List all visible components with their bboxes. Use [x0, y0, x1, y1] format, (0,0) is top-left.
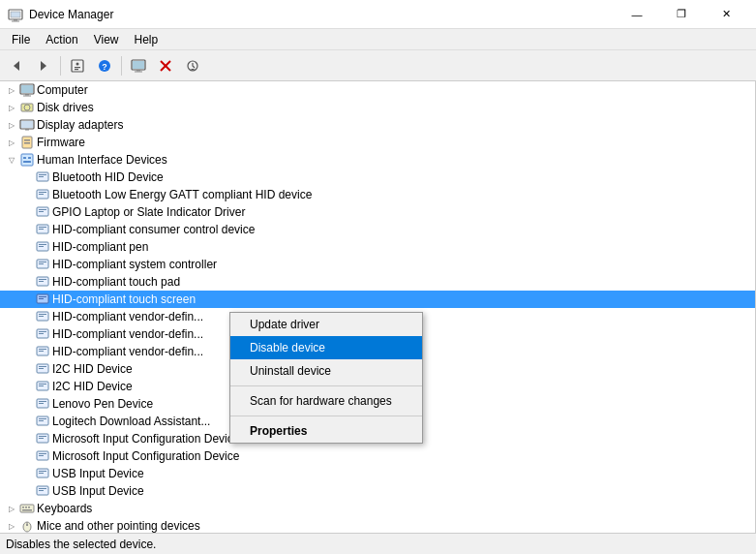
svg-rect-30 [24, 139, 30, 141]
menu-action[interactable]: Action [38, 31, 85, 48]
tree-label-lenovo-pen: Lenovo Pen Device [52, 397, 153, 411]
tree-item-hid-pen[interactable]: HID-compliant pen [0, 238, 755, 256]
close-button[interactable]: ✕ [704, 0, 748, 29]
help-button[interactable]: ? [92, 54, 117, 77]
svg-rect-77 [39, 403, 44, 404]
tree-item-usb-input1[interactable]: USB Input Device [0, 465, 755, 482]
expand-display[interactable]: ▷ [4, 117, 19, 133]
tree-item-mice[interactable]: ▷ Mice and other pointing devices [0, 517, 755, 533]
tree-item-hid-touchpad[interactable]: HID-compliant touch pad [0, 273, 755, 291]
device-icon-2 [35, 187, 50, 202]
svg-rect-71 [39, 368, 44, 369]
expand-disk[interactable]: ▷ [4, 100, 19, 115]
tree-label-i2c-hid: I2C HID Device [52, 380, 133, 393]
ctx-properties[interactable]: Properties [230, 419, 422, 443]
title-bar: Device Manager — ❐ ✕ [0, 0, 756, 29]
ctx-update-driver[interactable]: Update driver [230, 313, 422, 336]
forward-button[interactable] [31, 54, 56, 77]
tree-label-hid-consumer: HID-compliant consumer control device [52, 223, 255, 236]
svg-rect-74 [39, 385, 44, 386]
ctx-disable-device[interactable]: Disable device [230, 336, 422, 359]
svg-rect-83 [39, 438, 44, 439]
back-button[interactable] [4, 54, 29, 77]
tree-item-keyboards[interactable]: ▷ Keyboards [0, 500, 755, 517]
svg-rect-46 [39, 227, 46, 228]
tree-label-ms-input1: Microsoft Input Configuration Device [52, 432, 239, 446]
expand-computer[interactable]: ▷ [4, 82, 19, 98]
device-icon-8 [35, 292, 50, 307]
computer-icon [19, 82, 35, 98]
tree-item-hid[interactable]: ▽ Human Interface Devices [0, 151, 755, 169]
display-icon [19, 117, 35, 133]
properties-button[interactable] [65, 54, 90, 77]
svg-rect-61 [39, 314, 46, 315]
tree-item-ms-input2[interactable]: Microsoft Input Configuration Device [0, 447, 755, 465]
ctx-scan-hardware[interactable]: Scan for hardware changes [230, 389, 422, 413]
svg-rect-95 [25, 507, 27, 508]
svg-rect-15 [135, 71, 142, 72]
expand-keyboards[interactable]: ▷ [4, 501, 19, 516]
device-icon-9 [35, 309, 50, 324]
tree-label-keyboards: Keyboards [37, 502, 92, 515]
remove-button[interactable] [153, 54, 178, 77]
ctx-sep-2 [230, 416, 422, 416]
ctx-uninstall-device[interactable]: Uninstall device [230, 359, 422, 383]
device-icon-12 [35, 361, 50, 377]
tree-label-logitech: Logitech Download Assistant... [52, 415, 210, 428]
svg-rect-22 [25, 94, 29, 96]
tree-item-firmware[interactable]: ▷ Firmware [0, 134, 755, 151]
menu-file[interactable]: File [4, 31, 38, 48]
tree-label-firmware: Firmware [37, 136, 85, 149]
tree-item-display[interactable]: ▷ Display adapters [0, 116, 755, 134]
expand-firmware[interactable]: ▷ [4, 135, 19, 150]
tree-item-disk-drives[interactable]: ▷ Disk drives [0, 99, 755, 116]
tree-label-usb-input1: USB Input Device [52, 467, 144, 480]
svg-point-100 [26, 524, 28, 526]
svg-rect-94 [22, 507, 24, 508]
main-content: ▷ Computer ▷ Disk drives [0, 81, 756, 533]
display-button[interactable] [126, 54, 151, 77]
tree-item-hid-consumer[interactable]: HID-compliant consumer control device [0, 221, 755, 238]
tree-item-hid-system[interactable]: HID-compliant system controller [0, 256, 755, 273]
tree-item-usb-input2[interactable]: USB Input Device [0, 482, 755, 500]
expand-mice[interactable]: ▷ [4, 518, 19, 533]
svg-rect-34 [28, 157, 31, 159]
svg-rect-43 [39, 209, 46, 210]
device-icon-13 [35, 379, 50, 394]
expand-hid[interactable]: ▽ [4, 152, 19, 168]
tree-item-gpio[interactable]: GPIO Laptop or Slate Indicator Driver [0, 203, 755, 221]
tree-label-hid-vendor2: HID-compliant vendor-defin... [52, 327, 203, 341]
svg-rect-27 [21, 121, 33, 128]
tree-item-hid-touchscreen[interactable]: HID-compliant touch screen [0, 291, 755, 308]
tree-label-i2c-hid-device: I2C HID Device [52, 362, 133, 376]
minimize-button[interactable]: — [615, 0, 659, 29]
maximize-button[interactable]: ❐ [659, 0, 704, 29]
svg-rect-86 [39, 455, 44, 456]
svg-point-7 [76, 62, 79, 65]
svg-rect-76 [39, 401, 46, 402]
tree-label-computer: Computer [37, 83, 88, 97]
svg-rect-70 [39, 366, 46, 367]
tree-label-hid-touchscreen: HID-compliant touch screen [52, 292, 196, 306]
menu-view[interactable]: View [86, 31, 127, 48]
device-icon-1 [35, 169, 50, 185]
svg-rect-35 [23, 161, 31, 163]
svg-rect-82 [39, 436, 46, 437]
svg-rect-8 [75, 67, 80, 68]
scan-button[interactable] [180, 54, 205, 77]
device-icon-7 [35, 274, 50, 290]
device-icon-18 [35, 466, 50, 481]
svg-marker-4 [14, 61, 19, 71]
tree-item-bluetooth-low[interactable]: Bluetooth Low Energy GATT compliant HID … [0, 186, 755, 203]
expand-bluetooth-hid [19, 169, 35, 185]
toolbar-sep-1 [60, 56, 61, 76]
status-text: Disables the selected device. [6, 538, 156, 551]
tree-panel[interactable]: ▷ Computer ▷ Disk drives [0, 81, 756, 533]
tree-item-bluetooth-hid[interactable]: Bluetooth HID Device [0, 169, 755, 186]
keyboard-icon [19, 501, 35, 516]
svg-rect-3 [12, 20, 19, 21]
svg-rect-58 [39, 296, 46, 297]
tree-label-hid-vendor3: HID-compliant vendor-defin... [52, 345, 203, 358]
tree-item-computer[interactable]: ▷ Computer [0, 81, 755, 99]
menu-help[interactable]: Help [127, 31, 166, 48]
